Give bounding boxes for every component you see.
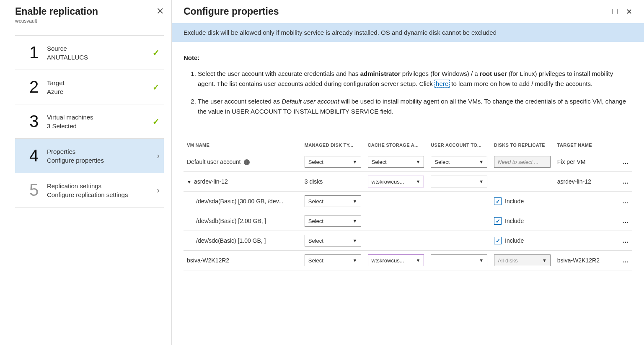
note-item-1: Select the user account with accurate cr…	[198, 69, 629, 89]
include-checkbox[interactable]: ✓	[494, 237, 502, 244]
row-name: bsiva-W2K12R2	[184, 251, 301, 270]
cache-storage-select[interactable]: wtskrowcus...▼	[368, 176, 424, 187]
user-account-select[interactable]: Select▼	[431, 156, 487, 168]
table-header-row: VM NAME MANAGED DISK TY... CACHE STORAGE…	[184, 138, 632, 152]
info-icon[interactable]: i	[244, 159, 250, 165]
user-account-select[interactable]: ▼	[431, 254, 487, 266]
check-icon: ✓	[153, 82, 160, 92]
maximize-icon[interactable]: ☐	[612, 7, 618, 16]
row-name: asrdev-lin-12	[194, 178, 228, 185]
disks-replicate-select: Need to select ...	[494, 156, 551, 168]
vault-name: wcusvault	[15, 18, 98, 24]
properties-table: VM NAME MANAGED DISK TY... CACHE STORAGE…	[184, 138, 632, 270]
col-disktype[interactable]: MANAGED DISK TY...	[301, 138, 365, 152]
include-checkbox[interactable]: ✓	[494, 217, 502, 225]
table-row-disk: /dev/sda(Basic) [30.00 GB, /dev... Selec…	[184, 192, 632, 211]
include-checkbox[interactable]: ✓	[494, 197, 502, 205]
table-row-vm: bsiva-W2K12R2 Select▼ wtskrowcus...▼ ▼ A…	[184, 251, 632, 270]
table-row-disk: /dev/sdb(Basic) [2.00 GB, ] Select▼ ✓Inc…	[184, 211, 632, 231]
row-name: Default user account	[187, 158, 241, 165]
chevron-down-icon: ▼	[353, 218, 357, 223]
col-disks[interactable]: DISKS TO REPLICATE	[491, 138, 554, 152]
content-panel: Configure properties ☐ ✕ Exclude disk wi…	[172, 0, 644, 345]
disk-count: 3 disks	[301, 172, 365, 192]
note-item-2: The user account selected as Default use…	[198, 96, 629, 117]
chevron-right-icon: ›	[157, 151, 160, 161]
chevron-right-icon: ›	[157, 185, 160, 195]
chevron-down-icon: ▼	[416, 258, 420, 263]
chevron-down-icon: ▼	[479, 159, 484, 164]
row-menu-icon[interactable]: …	[615, 211, 632, 231]
row-menu-icon[interactable]: …	[615, 231, 632, 251]
cache-storage-select[interactable]: Select▼	[368, 156, 424, 168]
disks-replicate-select[interactable]: All disks▼	[494, 254, 551, 266]
wizard-steps: 1 Source ANUTALLUCS ✓ 2 Target Azure ✓ 3…	[15, 35, 164, 208]
chevron-down-icon: ▼	[353, 238, 357, 243]
disk-type-select[interactable]: Select▼	[305, 254, 361, 266]
row-menu-icon[interactable]: …	[615, 192, 632, 211]
expand-icon[interactable]: ▼	[187, 179, 191, 184]
note-label: Note:	[184, 54, 199, 61]
disk-type-select[interactable]: Select▼	[305, 195, 361, 207]
chevron-down-icon: ▼	[353, 199, 357, 204]
table-row-disk: /dev/sdc(Basic) [1.00 GB, ] Select▼ ✓Inc…	[184, 231, 632, 251]
disk-name: /dev/sdc(Basic) [1.00 GB, ]	[184, 231, 301, 251]
disk-type-select[interactable]: Select▼	[305, 215, 361, 227]
row-menu-icon[interactable]: …	[615, 172, 632, 192]
close-icon[interactable]: ✕	[156, 6, 164, 17]
wizard-step-source[interactable]: 1 Source ANUTALLUCS ✓	[15, 35, 164, 70]
target-name: Fix per VM	[554, 152, 615, 172]
note-section: Note: Select the user account with accur…	[172, 42, 644, 128]
chevron-down-icon: ▼	[479, 179, 484, 184]
close-icon[interactable]: ✕	[626, 7, 632, 16]
wizard-title: Enable replication	[15, 6, 98, 17]
learn-more-link[interactable]: here	[435, 80, 450, 88]
info-banner: Exclude disk will be allowed only if mob…	[172, 23, 644, 42]
wizard-step-vms[interactable]: 3 Virtual machines 3 Selected ✓	[15, 104, 164, 139]
disk-name: /dev/sdb(Basic) [2.00 GB, ]	[184, 211, 301, 231]
col-target[interactable]: TARGET NAME	[554, 138, 615, 152]
chevron-down-icon: ▼	[353, 159, 357, 164]
target-name: bsiva-W2K12R2	[554, 251, 615, 270]
check-icon: ✓	[153, 48, 160, 58]
target-name: asrdev-lin-12	[554, 172, 615, 192]
content-title: Configure properties	[184, 6, 279, 17]
wizard-header: Enable replication wcusvault ✕	[15, 6, 164, 31]
col-user[interactable]: USER ACCOUNT TO...	[427, 138, 491, 152]
wizard-step-replication: 5 Replication settings Configure replica…	[15, 173, 164, 208]
check-icon: ✓	[153, 117, 160, 127]
chevron-down-icon: ▼	[353, 258, 357, 263]
content-header: Configure properties ☐ ✕	[172, 0, 644, 23]
chevron-down-icon: ▼	[416, 159, 420, 164]
row-menu-icon[interactable]: …	[615, 152, 632, 172]
chevron-down-icon: ▼	[479, 258, 484, 263]
table-row-default: Default user account i Select▼ Select▼ S…	[184, 152, 632, 172]
row-menu-icon[interactable]: …	[615, 251, 632, 270]
disk-type-select[interactable]: Select▼	[305, 235, 361, 246]
chevron-down-icon: ▼	[416, 179, 420, 184]
col-cache[interactable]: CACHE STORAGE A...	[365, 138, 428, 152]
table-row-vm: ▼asrdev-lin-12 3 disks wtskrowcus...▼ ▼ …	[184, 172, 632, 192]
cache-storage-select[interactable]: wtskrowcus...▼	[368, 254, 424, 266]
wizard-step-target[interactable]: 2 Target Azure ✓	[15, 70, 164, 104]
user-account-select[interactable]: ▼	[431, 176, 487, 187]
disk-type-select[interactable]: Select▼	[305, 156, 361, 168]
disk-name: /dev/sda(Basic) [30.00 GB, /dev...	[184, 192, 301, 211]
wizard-panel: Enable replication wcusvault ✕ 1 Source …	[0, 0, 172, 345]
wizard-step-properties[interactable]: 4 Properties Configure properties ›	[15, 138, 164, 173]
col-vmname[interactable]: VM NAME	[184, 138, 301, 152]
chevron-down-icon: ▼	[542, 258, 547, 263]
